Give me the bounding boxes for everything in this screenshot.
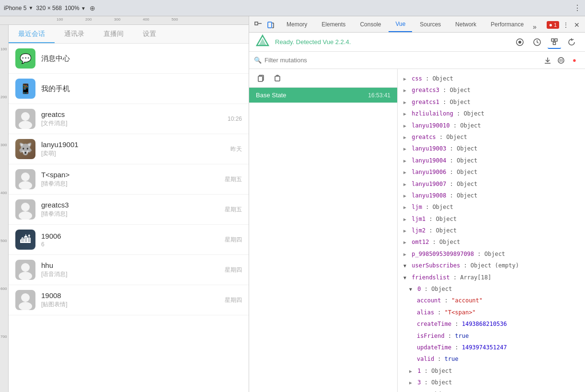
tree-row[interactable]: ▶ ljm2 : Object — [398, 225, 585, 236]
tree-key: greatcs3 — [412, 87, 439, 93]
tree-toggle: ▶ — [403, 170, 406, 175]
contact-info: 消息中心 — [41, 54, 242, 63]
ruler-horizontal: 100 200 300 400 500 — [0, 16, 249, 25]
tree-key: ljm1 — [412, 216, 425, 222]
tab-performance[interactable]: Performance — [484, 17, 530, 32]
tree-row[interactable]: account : "account" — [398, 295, 585, 306]
tree-value: Object — [450, 99, 470, 105]
tree-row[interactable]: isFriend : true — [398, 330, 585, 342]
mutations-list: Base State 16:53:41 — [249, 69, 398, 392]
export-icon[interactable] — [542, 55, 553, 66]
vue-components-icon[interactable] — [513, 35, 527, 49]
tree-row[interactable]: alias : "T<span>" — [398, 307, 585, 318]
tree-row[interactable]: ▶ lanyu19008 : Object — [398, 190, 585, 201]
tree-row[interactable]: ▼ friendslist : Array[18] — [398, 272, 585, 283]
tree-row[interactable]: ▶ p_9985095309897098 : Object — [398, 248, 585, 260]
list-item[interactable]: greatcs [文件消息] 10:26 — [9, 104, 249, 134]
tree-toggle: ▶ — [403, 111, 406, 116]
app-tabs: 最近会话 通讯录 直播间 设置 — [9, 25, 249, 44]
tree-key: lanyu19007 — [412, 181, 446, 187]
record-icon[interactable]: ● — [569, 55, 580, 66]
paste-button[interactable] — [271, 72, 284, 84]
tab-elements[interactable]: Elements — [315, 17, 352, 32]
devtools-tabs: Memory Elements Console Vue Sources Netw… — [249, 16, 585, 33]
device-selector[interactable]: iPhone 5 ▼ — [4, 5, 33, 12]
tree-row[interactable]: ▶ greatcs3 : Object — [398, 84, 585, 96]
list-item[interactable]: greatcs3 [猜拳消息] 星期五 — [9, 195, 249, 225]
vue-history-icon[interactable] — [530, 35, 544, 49]
tree-toggle: ▶ — [403, 205, 406, 210]
tree-toggle: ▶ — [403, 217, 406, 222]
vue-vuex-icon[interactable] — [548, 35, 561, 49]
inspect-element-button[interactable] — [253, 20, 264, 32]
tab-network[interactable]: Network — [448, 17, 483, 32]
device-mode-button[interactable] — [265, 20, 276, 32]
device-chevron: ▼ — [28, 5, 33, 11]
list-item[interactable]: 19006 6 星期四 — [9, 225, 249, 255]
more-devtools-button[interactable]: ⋮ — [561, 20, 571, 30]
tree-row[interactable]: ▶ 4 : Object — [398, 389, 585, 392]
tree-row[interactable]: ▶ lanyu190010 : Object — [398, 120, 585, 131]
tree-row[interactable]: valid : true — [398, 353, 585, 365]
tree-value: Object — [457, 145, 477, 152]
tree-row[interactable]: ▶ lanyu19003 : Object — [398, 143, 585, 154]
tab-sources[interactable]: Sources — [413, 17, 447, 32]
tree-row[interactable]: ▶ hzliulailong : Object — [398, 108, 585, 119]
tree-row[interactable]: ▶ greatcs : Object — [398, 131, 585, 143]
list-item[interactable]: 📱 我的手机 — [9, 74, 249, 104]
list-item[interactable]: 19008 [贴图表情] 星期四 — [9, 285, 249, 315]
tree-key: isFriend — [417, 333, 445, 339]
tree-row[interactable]: createTime : 1493868210536 — [398, 318, 585, 330]
zoom-selector[interactable]: 100% ▼ — [65, 5, 86, 12]
mutation-item[interactable]: Base State 16:53:41 — [249, 88, 397, 103]
list-item[interactable]: 💬 消息中心 — [9, 44, 249, 74]
tree-value: Object — [464, 110, 484, 117]
contact-sub: [文件消息] — [41, 119, 222, 127]
tree-toggle: ▶ — [403, 100, 406, 105]
tree-key: lanyu19006 — [412, 169, 446, 175]
tree-row[interactable]: ▶ 1 : Object — [398, 365, 585, 377]
tree-row[interactable]: ▶ lanyu19007 : Object — [398, 178, 585, 190]
tab-settings[interactable]: 设置 — [133, 25, 166, 43]
svg-point-19 — [518, 41, 521, 44]
tab-console[interactable]: Console — [353, 17, 388, 32]
tab-contacts[interactable]: 通讯录 — [55, 25, 94, 43]
tree-toggle: ▶ — [403, 252, 406, 257]
tree-row[interactable]: ▼ 0 : Object — [398, 283, 585, 295]
tree-row[interactable]: ▶ 3 : Object — [398, 377, 585, 388]
copy-to-clipboard-button[interactable] — [255, 72, 267, 84]
tree-row[interactable]: ▶ ljm : Object — [398, 201, 585, 213]
more-options-button[interactable]: ⋮ — [574, 3, 581, 12]
close-devtools-button[interactable]: ✕ — [573, 20, 581, 30]
tree-row[interactable]: ▶ lanyu19006 : Object — [398, 166, 585, 178]
tree-row[interactable]: ▶ omt12 : Object — [398, 236, 585, 248]
svg-rect-22 — [555, 39, 557, 41]
avatar: 💬 — [15, 48, 35, 69]
tree-row[interactable]: ▼ userSubscribes : Object (empty) — [398, 260, 585, 271]
tab-recent[interactable]: 最近会话 — [9, 25, 55, 43]
contact-sub: [猜拳消息] — [41, 180, 219, 188]
tree-row[interactable]: ▶ ljm1 : Object — [398, 213, 585, 225]
filter-mutations-input[interactable] — [264, 57, 538, 64]
vue-refresh-icon[interactable] — [565, 35, 578, 49]
tree-value: 1493974351247 — [462, 344, 507, 351]
tree-row[interactable]: ▶ lanyu19004 : Object — [398, 155, 585, 166]
pause-icon[interactable] — [555, 55, 567, 66]
tree-row[interactable]: ▶ css : Object — [398, 73, 585, 84]
rotate-icon[interactable]: ⊕ — [89, 3, 96, 13]
list-item[interactable]: hhu [语音消息] 星期四 — [9, 255, 249, 285]
tree-key: p_9985095309897098 — [412, 251, 474, 257]
more-tabs-button[interactable]: » — [531, 22, 538, 32]
tree-row[interactable]: updateTime : 1493974351247 — [398, 342, 585, 353]
avatar — [15, 139, 35, 159]
contact-info: greatcs [文件消息] — [41, 110, 222, 127]
tree-row[interactable]: ▶ greatcs1 : Object — [398, 96, 585, 108]
tab-vue[interactable]: Vue — [389, 17, 412, 32]
tree-key: omt12 — [412, 239, 429, 245]
list-item[interactable]: lanyu19001 [卖萌] 昨天 — [9, 134, 249, 164]
list-item[interactable]: T<span> [猜拳消息] 星期五 — [9, 164, 249, 195]
tree-key: lanyu19004 — [412, 157, 446, 164]
tree-key: alias — [417, 309, 434, 316]
tab-live[interactable]: 直播间 — [94, 25, 133, 43]
tab-memory[interactable]: Memory — [280, 17, 314, 32]
